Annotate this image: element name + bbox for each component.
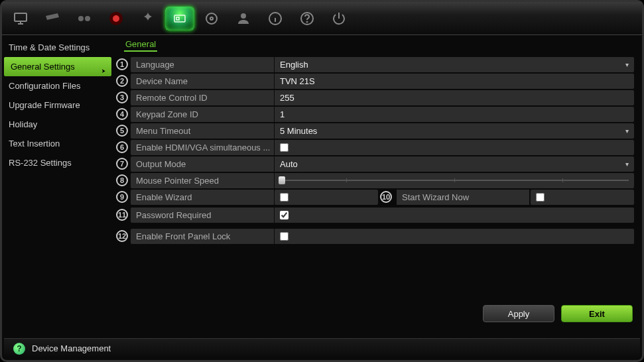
svg-point-7 xyxy=(206,13,217,24)
field-value-remote-control-id[interactable]: 255 xyxy=(275,90,634,105)
monitor-icon[interactable] xyxy=(6,7,35,30)
row-badge: 12 xyxy=(116,230,128,242)
row-badge: 5 xyxy=(116,125,128,137)
row-badge: 8 xyxy=(116,174,128,186)
main-panel: General 1LanguageEnglish2Device NameTVN … xyxy=(113,35,642,329)
field-label: Start Wizard Now xyxy=(397,190,529,205)
row-badge: 11 xyxy=(116,209,128,221)
sidebar-item-upgrade-firmware[interactable]: Upgrade Firmware xyxy=(2,95,113,115)
field-value-mouse-pointer-speed[interactable] xyxy=(275,173,634,188)
field-label: Remote Control ID xyxy=(131,90,274,105)
svg-rect-6 xyxy=(176,17,179,20)
field-value-keypad-zone-id[interactable]: 1 xyxy=(275,107,634,122)
top-toolbar xyxy=(2,2,642,35)
field-label: Enable HDMI/VGA simultaneous ... xyxy=(131,140,274,155)
row-badge: 7 xyxy=(116,158,128,170)
row-badge: 4 xyxy=(116,108,128,120)
row-badge: 6 xyxy=(116,141,128,153)
sidebar-item-holiday[interactable]: Holiday xyxy=(2,115,113,134)
svg-point-4 xyxy=(113,15,119,22)
sidebar-item-text-insertion[interactable]: Text Insertion xyxy=(2,134,113,153)
sidebar: Time & Date SettingsGeneral SettingsConf… xyxy=(2,35,113,329)
svg-point-1 xyxy=(78,16,84,21)
field-label: Enable Front Panel Lock xyxy=(131,229,274,244)
sidebar-item-configuration-files[interactable]: Configuration Files xyxy=(2,76,113,95)
sidebar-item-general-settings[interactable]: General Settings xyxy=(4,57,111,76)
status-title: Device Management xyxy=(32,343,111,353)
field-value-enable-front-panel-lock[interactable] xyxy=(275,229,634,244)
record-icon[interactable] xyxy=(101,7,131,30)
field-label: Enable Wizard xyxy=(131,190,274,205)
help-hint-icon: ? xyxy=(13,343,25,355)
system-settings-icon[interactable] xyxy=(165,7,194,30)
gauges-icon[interactable] xyxy=(70,7,99,30)
row-badge: 1 xyxy=(116,58,128,70)
field-value-device-name[interactable]: TVN 21S xyxy=(275,74,634,89)
field-value-password-required[interactable] xyxy=(275,208,634,223)
card-icon[interactable] xyxy=(38,7,67,30)
row-badge: 3 xyxy=(116,91,128,103)
status-bar: ? Device Management xyxy=(4,338,640,358)
svg-point-8 xyxy=(210,17,213,20)
row-badge: 2 xyxy=(116,75,128,87)
field-label: Device Name xyxy=(131,74,274,89)
tab-general[interactable]: General xyxy=(124,38,157,52)
sidebar-item-rs-232-settings[interactable]: RS-232 Settings xyxy=(2,153,113,172)
field-value-language[interactable]: English xyxy=(275,57,634,72)
apply-button[interactable]: Apply xyxy=(483,305,554,322)
field-label: Password Required xyxy=(131,208,274,223)
power-icon[interactable] xyxy=(324,7,354,30)
field-label: Language xyxy=(131,57,274,72)
field-value-enable-hdmi-vga-simultaneous[interactable] xyxy=(275,140,634,155)
svg-point-9 xyxy=(241,13,246,19)
disk-icon[interactable] xyxy=(197,7,226,30)
field-value-output-mode[interactable]: Auto xyxy=(275,156,634,172)
row-badge: 9 xyxy=(116,191,128,203)
motion-icon[interactable] xyxy=(133,7,162,30)
row-badge: 10 xyxy=(380,191,392,203)
field-label: Mouse Pointer Speed xyxy=(131,173,274,188)
sidebar-item-time-date-settings[interactable]: Time & Date Settings xyxy=(2,38,113,57)
user-icon[interactable] xyxy=(229,7,258,30)
field-label: Menu Timeout xyxy=(131,123,274,139)
exit-button[interactable]: Exit xyxy=(561,305,633,322)
field-label: Output Mode xyxy=(131,156,274,172)
enable-wizard-checkbox[interactable] xyxy=(275,190,378,205)
help-icon[interactable] xyxy=(292,7,322,30)
svg-point-2 xyxy=(85,16,90,21)
svg-rect-0 xyxy=(15,13,27,21)
field-label: Keypad Zone ID xyxy=(131,107,274,122)
field-value-menu-timeout[interactable]: 5 Minutes xyxy=(275,123,634,139)
info-icon[interactable] xyxy=(261,7,290,30)
svg-point-12 xyxy=(307,21,308,22)
start-wizard-checkbox[interactable] xyxy=(531,190,634,205)
